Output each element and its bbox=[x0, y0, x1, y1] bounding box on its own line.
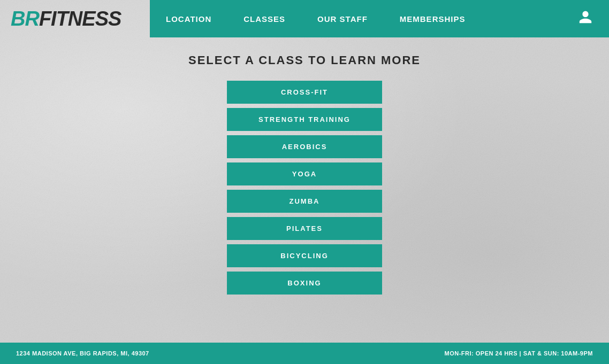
user-account-icon[interactable] bbox=[578, 10, 593, 28]
user-svg-icon bbox=[578, 10, 593, 25]
logo-br: BR bbox=[11, 7, 39, 30]
class-list: CROSS-FIT STRENGTH TRAINING AEROBICS YOG… bbox=[227, 81, 382, 295]
footer-address: 1234 MADISON AVE, Big Rapids, MI, 49307 bbox=[16, 350, 149, 357]
class-button-strength-training[interactable]: STRENGTH TRAINING bbox=[227, 108, 382, 131]
main-content: SELECT A CLASS TO LEARN MORE CROSS-FIT S… bbox=[0, 37, 609, 295]
logo: BRFITNESS bbox=[11, 9, 121, 29]
class-button-pilates[interactable]: PILATES bbox=[227, 217, 382, 240]
page-title: SELECT A CLASS TO LEARN MORE bbox=[188, 53, 421, 67]
header: BRFITNESS LOCATION CLASSES OUR STAFF MEM… bbox=[0, 0, 609, 37]
nav-link-memberships[interactable]: MEMBERSHIPS bbox=[400, 14, 466, 24]
footer: 1234 MADISON AVE, Big Rapids, MI, 49307 … bbox=[0, 343, 609, 364]
class-button-boxing[interactable]: BOXING bbox=[227, 272, 382, 295]
logo-fitness: FITNESS bbox=[39, 7, 121, 30]
nav-link-location[interactable]: LOCATION bbox=[166, 14, 211, 24]
class-button-cross-fit[interactable]: CROSS-FIT bbox=[227, 81, 382, 104]
class-button-bicycling[interactable]: BICYCLING bbox=[227, 244, 382, 267]
main-nav: LOCATION CLASSES OUR STAFF MEMBERSHIPS bbox=[150, 0, 609, 37]
class-button-zumba[interactable]: ZUMBA bbox=[227, 190, 382, 213]
nav-links: LOCATION CLASSES OUR STAFF MEMBERSHIPS bbox=[166, 14, 465, 24]
class-button-yoga[interactable]: YOGA bbox=[227, 162, 382, 185]
nav-link-our-staff[interactable]: OUR STAFF bbox=[317, 14, 368, 24]
class-button-aerobics[interactable]: AEROBICS bbox=[227, 135, 382, 158]
nav-link-classes[interactable]: CLASSES bbox=[243, 14, 285, 24]
logo-area: BRFITNESS bbox=[0, 9, 150, 29]
footer-hours: Mon-Fri: Open 24 hrs | Sat & Sun: 10am-9… bbox=[444, 350, 593, 357]
